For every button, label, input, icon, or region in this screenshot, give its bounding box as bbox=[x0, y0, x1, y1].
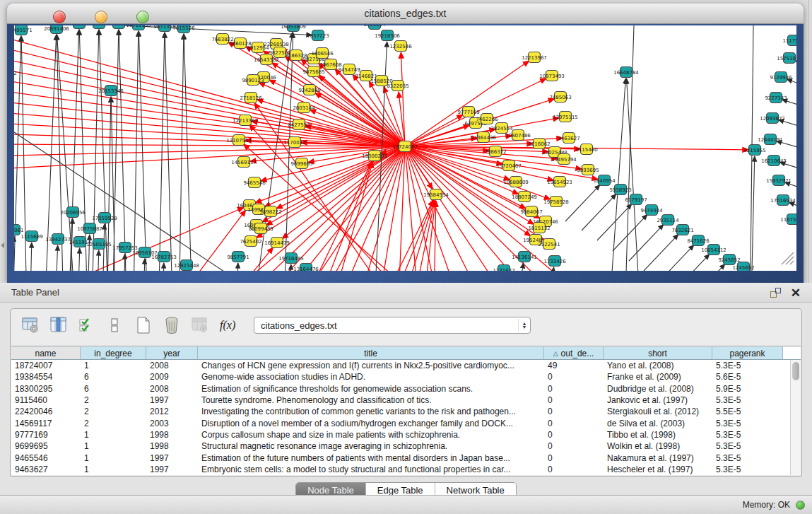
edge[interactable] bbox=[73, 248, 80, 271]
network-node[interactable]: 9227343 bbox=[765, 93, 787, 103]
network-node[interactable]: 9857791 bbox=[227, 252, 249, 262]
edge[interactable] bbox=[49, 245, 58, 271]
network-node-selected[interactable]: 7625402 bbox=[240, 236, 261, 247]
network-window-titlebar[interactable]: citations_edges.txt bbox=[7, 4, 804, 24]
network-node-selected[interactable]: 10973493 bbox=[539, 71, 565, 81]
panel-collapse-arrow-icon[interactable] bbox=[1, 243, 4, 248]
column-header-name[interactable]: name bbox=[11, 346, 81, 359]
network-node[interactable]: 8813054 bbox=[363, 25, 386, 30]
table-row[interactable]: 1872400712008Changes of HCN gene express… bbox=[11, 360, 801, 371]
selected-edge[interactable] bbox=[64, 210, 246, 271]
network-node[interactable]: 1115689 bbox=[20, 231, 42, 242]
table-row[interactable]: 969969511998Structural magnetic resonanc… bbox=[11, 440, 801, 452]
close-traffic-light-icon[interactable] bbox=[53, 11, 66, 23]
edge[interactable] bbox=[160, 263, 164, 271]
network-node-selected[interactable]: 1232546 bbox=[389, 41, 412, 52]
network-node-selected[interactable]: 10688609 bbox=[503, 177, 529, 187]
network-node-selected[interactable]: 19756928 bbox=[543, 197, 569, 207]
network-node[interactable]: 13164476 bbox=[293, 264, 319, 271]
edge[interactable] bbox=[99, 30, 113, 271]
selected-edge[interactable] bbox=[315, 93, 405, 146]
function-builder-icon[interactable]: f(x) bbox=[218, 315, 238, 335]
select-checks-icon[interactable] bbox=[77, 315, 97, 335]
edge[interactable] bbox=[785, 182, 796, 194]
edge[interactable] bbox=[565, 185, 600, 221]
network-node[interactable]: 1405571 bbox=[14, 25, 33, 35]
network-node-selected[interactable]: 2803144 bbox=[293, 103, 315, 113]
edge[interactable] bbox=[795, 61, 796, 72]
network-node-selected[interactable]: 9465546 bbox=[243, 177, 266, 188]
selected-edge[interactable] bbox=[42, 146, 405, 271]
column-header-out_de[interactable]: △out_de... bbox=[544, 346, 604, 359]
vertical-scrollbar[interactable] bbox=[790, 360, 801, 475]
network-node[interactable]: 1055372 bbox=[14, 68, 17, 78]
network-node[interactable]: 1733426 bbox=[543, 256, 566, 267]
column-header-short[interactable]: short bbox=[604, 346, 712, 359]
table-row[interactable]: 1938455462009Genome-wide association stu… bbox=[11, 371, 801, 382]
network-node[interactable]: 1117533 bbox=[782, 35, 796, 46]
network-node[interactable]: 20891406 bbox=[44, 25, 69, 34]
edge[interactable] bbox=[27, 243, 32, 271]
edge[interactable] bbox=[177, 34, 184, 271]
edge[interactable] bbox=[582, 194, 616, 230]
network-node[interactable]: 19218506 bbox=[375, 30, 400, 41]
network-node[interactable]: 7615526 bbox=[172, 25, 195, 33]
table-selector-dropdown[interactable]: citations_edges.txt ▲▼ bbox=[254, 317, 531, 334]
network-node[interactable]: 7632621 bbox=[671, 225, 693, 235]
split-rows-icon[interactable] bbox=[105, 315, 125, 335]
edge[interactable] bbox=[777, 141, 796, 153]
close-panel-icon[interactable]: ✕ bbox=[791, 286, 801, 300]
column-header-pagerank[interactable]: pagerank bbox=[712, 346, 783, 359]
new-document-icon[interactable] bbox=[134, 315, 153, 335]
selected-edge[interactable] bbox=[257, 146, 405, 238]
network-node[interactable]: 9245652 bbox=[718, 255, 740, 265]
edge[interactable] bbox=[119, 30, 131, 271]
network-node[interactable]: 12923448 bbox=[174, 260, 199, 271]
table-row[interactable]: 1456911722003Disruption of a novel membe… bbox=[11, 418, 801, 429]
network-node[interactable]: 9129946 bbox=[770, 72, 792, 83]
network-node-selected[interactable]: 9699695 bbox=[290, 158, 312, 169]
network-node[interactable]: 16648784 bbox=[613, 67, 639, 78]
edge[interactable] bbox=[780, 163, 796, 175]
edge[interactable] bbox=[613, 215, 647, 251]
edge[interactable] bbox=[131, 31, 139, 271]
network-node[interactable]: 7857223 bbox=[307, 30, 329, 41]
network-node[interactable]: 1231647 bbox=[493, 265, 514, 271]
selected-edge[interactable] bbox=[14, 146, 405, 168]
selected-edge[interactable] bbox=[261, 146, 405, 181]
table-row[interactable]: 2242004622012Investigating the contribut… bbox=[11, 406, 801, 417]
network-node-selected[interactable]: 14569117 bbox=[231, 157, 257, 168]
table-row[interactable]: 911546021997Tourette syndrome. Phenomeno… bbox=[11, 395, 801, 406]
network-node[interactable]: 2935114 bbox=[657, 215, 679, 226]
edge[interactable] bbox=[88, 30, 99, 271]
network-node[interactable]: 10975887 bbox=[77, 223, 102, 234]
network-node[interactable]: 20206556 bbox=[60, 207, 86, 218]
edge[interactable] bbox=[789, 202, 796, 214]
network-node[interactable]: 16210643 bbox=[761, 156, 787, 166]
edge[interactable] bbox=[233, 263, 238, 271]
table-row[interactable]: 977716911998Corpus callosum shape and si… bbox=[11, 429, 801, 440]
network-node[interactable]: 1527602 bbox=[88, 25, 110, 29]
network-node[interactable]: 12444191 bbox=[758, 134, 783, 145]
edge[interactable] bbox=[184, 34, 196, 271]
network-node[interactable]: 15932971 bbox=[766, 175, 792, 186]
table-row[interactable]: 946362711997Embryonic stem cells: a mode… bbox=[11, 464, 801, 475]
network-node[interactable]: 10719155 bbox=[126, 25, 151, 30]
network-node-selected[interactable]: 9463627 bbox=[558, 133, 579, 144]
selected-edge[interactable] bbox=[159, 146, 405, 271]
edge[interactable] bbox=[690, 264, 725, 271]
network-node-selected[interactable]: 10807486 bbox=[505, 130, 531, 141]
edge[interactable] bbox=[93, 250, 99, 271]
network-canvas[interactable]: 1872400718300295193845547663822986012889… bbox=[14, 25, 796, 271]
table-row[interactable]: 946554611997Estimation of the future num… bbox=[11, 452, 801, 463]
network-node-selected[interactable]: 3824554 bbox=[490, 123, 513, 134]
scrollbar-thumb[interactable] bbox=[792, 362, 799, 380]
edge[interactable] bbox=[779, 120, 796, 132]
network-node-selected[interactable]: 9115460 bbox=[575, 144, 597, 155]
selected-edge[interactable] bbox=[405, 146, 714, 271]
network-node-selected[interactable]: 12213363 bbox=[233, 115, 258, 126]
network-node[interactable]: 5938923 bbox=[609, 185, 631, 195]
canvas-resize-grip[interactable] bbox=[782, 252, 794, 264]
network-node[interactable]: 11675334 bbox=[780, 214, 796, 225]
network-node-selected[interactable]: 15720407 bbox=[496, 160, 522, 171]
